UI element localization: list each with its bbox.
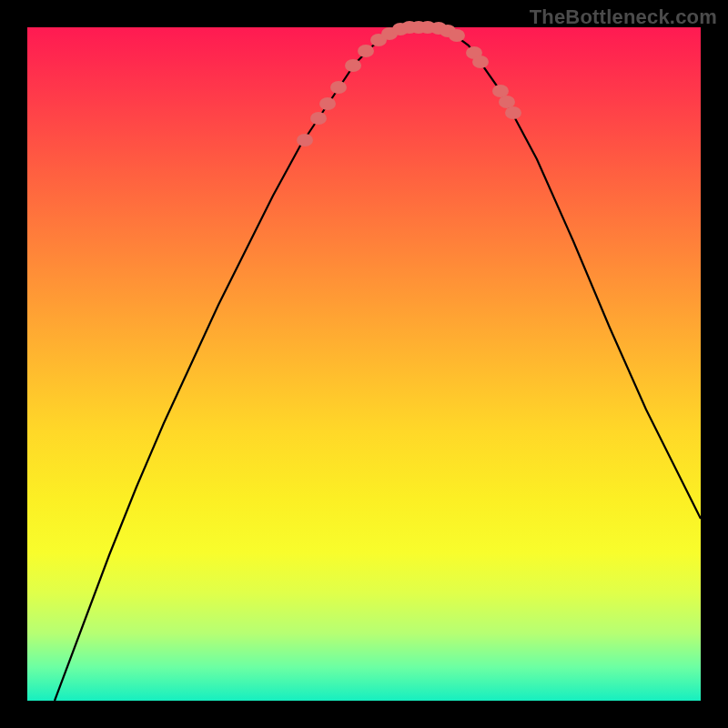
curve-marker (310, 112, 327, 125)
curve-marker (358, 45, 374, 57)
bottleneck-curve (55, 27, 701, 701)
plot-svg (27, 27, 701, 701)
curve-marker (492, 85, 509, 97)
watermark-text: TheBottleneck.com (530, 5, 717, 29)
curve-marker (505, 106, 521, 119)
curve-marker (449, 29, 465, 42)
curve-marker (345, 59, 361, 72)
curve-marker (319, 97, 336, 110)
curve-marker (330, 81, 347, 94)
marker-group (297, 21, 521, 147)
curve-marker (297, 134, 313, 147)
curve-marker (472, 56, 489, 68)
curve-marker (499, 96, 515, 108)
